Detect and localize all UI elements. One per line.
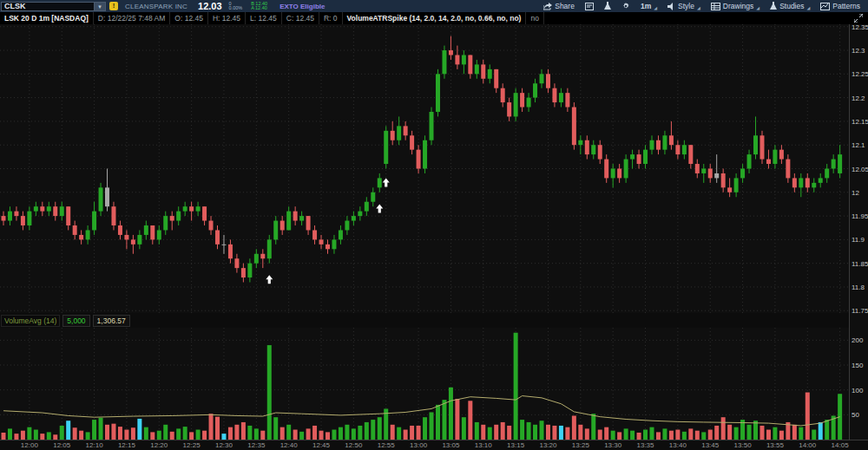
timeframe-label: 1m — [641, 2, 651, 10]
price-tick-label: 12.25 — [852, 70, 868, 78]
volume-avg-study-label[interactable]: VolumeAvg (14) — [1, 315, 60, 327]
time-tick-label: 12:50 — [345, 441, 362, 449]
chart-date: D: 12/22/25 7:48 AM — [94, 12, 171, 24]
time-tick-label: 13:50 — [734, 441, 752, 449]
time-tick-label: 13:15 — [507, 441, 524, 449]
ohlc-low: L: 12.45 — [246, 12, 282, 24]
time-tick-label: 13:30 — [604, 441, 621, 449]
time-tick-label: 13:05 — [442, 441, 459, 449]
patterns-label: Patterns — [832, 2, 860, 10]
ohlc-close: C: 12.45 — [282, 12, 319, 24]
symbol-dropdown-button[interactable]: ▾ — [95, 2, 106, 11]
drawings-icon — [711, 3, 720, 10]
style-button[interactable]: Style ◢ — [663, 1, 705, 11]
time-tick-label: 12:25 — [183, 441, 201, 449]
price-tick-label: 12.15 — [852, 118, 868, 126]
price-tick-label: 12 — [852, 189, 859, 197]
price-tick-label: 11.75 — [852, 307, 868, 315]
style-label: Style — [678, 2, 694, 10]
timeframe-button[interactable]: 1m ◢ — [636, 1, 661, 11]
chart-toolbar-buttons: Share 1m ◢ Style ◢ Drawings — [539, 1, 868, 11]
time-tick-label: 12:45 — [312, 441, 330, 449]
volume-tick-label: 100 — [852, 387, 863, 395]
price-tick-label: 12.05 — [852, 166, 868, 173]
price-axis[interactable]: 12.3512.312.2512.212.1512.112.051211.951… — [849, 24, 868, 440]
drawings-button[interactable]: Drawings ◢ — [707, 1, 764, 11]
volume-avg-value: 1,306.57 — [93, 315, 130, 327]
price-tick-label: 12.2 — [852, 95, 865, 102]
exto-eligible-label[interactable]: EXTO Eligible — [279, 3, 325, 10]
time-tick-label: 12:15 — [118, 441, 135, 449]
studies-button[interactable]: Studies ◢ — [766, 1, 814, 11]
time-tick-label: 13:55 — [766, 441, 784, 449]
time-tick-label: 14:00 — [799, 441, 816, 449]
time-tick-label: 13:35 — [637, 441, 654, 449]
flask-icon — [604, 2, 611, 10]
time-tick-label: 13:40 — [669, 441, 687, 449]
top-toolbar: ▾ ! CLEANSPARK INC 12.03 0 0.00% B 12.40… — [0, 0, 868, 12]
time-tick-label: 12:10 — [86, 441, 103, 449]
price-tick-label: 12.3 — [852, 47, 865, 55]
notes-button[interactable] — [581, 2, 598, 11]
ohlc-range: R: 0 — [319, 12, 343, 24]
time-tick-label: 13:45 — [701, 441, 719, 449]
price-tick-label: 11.9 — [852, 236, 865, 244]
time-tick-label: 12:05 — [53, 441, 70, 449]
time-tick-label: 13:00 — [410, 441, 427, 449]
chevron-down-icon: ◢ — [806, 5, 810, 10]
studies-label: Studies — [779, 2, 804, 10]
time-tick-label: 12:20 — [150, 441, 168, 449]
alert-badge[interactable]: ! — [109, 2, 118, 10]
note-icon — [585, 3, 594, 10]
ask-value: A 12.40 — [251, 6, 267, 10]
symbol-box: ▾ — [1, 2, 106, 11]
price-tick-label: 11.95 — [852, 212, 868, 220]
patterns-button[interactable]: Patterns — [816, 1, 865, 11]
last-price: 12.03 — [198, 1, 222, 11]
buy-signal-arrow-icon — [383, 178, 390, 186]
volume-limit-value: 5,000 — [62, 315, 89, 327]
time-tick-label: 12:35 — [247, 441, 265, 449]
flask-icon — [770, 2, 777, 10]
change-stack: 0 0.00% — [229, 2, 243, 10]
time-tick-label: 12:55 — [378, 441, 395, 449]
settings-button[interactable] — [617, 1, 635, 11]
time-tick-label: 13:25 — [572, 441, 589, 449]
chevron-down-icon: ◢ — [654, 5, 657, 10]
share-label: Share — [555, 2, 575, 10]
price-pane-canvas[interactable] — [0, 24, 849, 313]
buy-signal-arrow-icon — [266, 275, 273, 284]
volume-study-header: VolumeAvg (14) 5,000 1,306.57 — [0, 313, 849, 328]
time-tick-label: 12:00 — [21, 441, 38, 449]
price-tick-label: 12.35 — [852, 23, 868, 31]
time-axis[interactable]: 12:0012:0512:1012:1512:2012:2512:3012:35… — [0, 440, 868, 450]
time-tick-label: 12:30 — [215, 441, 233, 449]
drawings-label: Drawings — [723, 2, 753, 10]
time-tick-label: 13:10 — [475, 441, 492, 449]
symbol-info-cluster: ▾ ! CLEANSPARK INC 12.03 0 0.00% B 12.40… — [0, 1, 539, 11]
patterns-icon — [820, 3, 830, 10]
bid-ask-stack: B 12.40 A 12.40 — [251, 2, 267, 10]
price-tick-label: 11.8 — [852, 284, 865, 291]
share-button[interactable]: Share — [539, 1, 579, 11]
trading-platform-window: ▾ ! CLEANSPARK INC 12.03 0 0.00% B 12.40… — [0, 0, 868, 450]
company-name: CLEANSPARK INC — [125, 3, 187, 10]
chevron-down-icon: ◢ — [697, 5, 700, 10]
analyze-button[interactable] — [600, 1, 615, 11]
change-percent: 0.00% — [229, 6, 243, 10]
chart-area: VolumeAvg (14) 5,000 1,306.57 12.3512.31… — [0, 24, 868, 450]
volume-tick-label: 150 — [852, 362, 863, 369]
expand-icon — [854, 14, 863, 23]
style-icon — [667, 3, 675, 10]
time-tick-label: 12:40 — [280, 441, 298, 449]
buy-signal-arrow-icon — [376, 204, 383, 212]
chevron-down-icon: ◢ — [756, 5, 760, 10]
price-tick-label: 12.1 — [852, 141, 865, 149]
volume-tick-label: 50 — [852, 411, 859, 419]
time-tick-label: 13:20 — [539, 441, 556, 449]
share-icon — [543, 3, 552, 10]
study-label[interactable]: VolumeATRSpike (14, 2.0, 14, 2.0, no, 0.… — [343, 12, 527, 24]
symbol-input[interactable] — [1, 2, 95, 11]
volume-pane-canvas[interactable] — [0, 328, 849, 440]
volume-tick-label: 200 — [852, 336, 863, 344]
